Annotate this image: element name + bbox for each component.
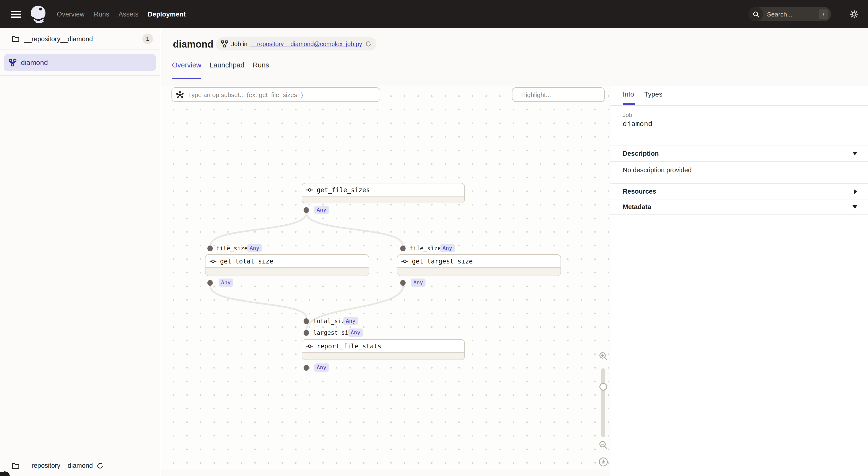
- op-icon: [306, 188, 313, 192]
- section-metadata[interactable]: Metadata: [610, 199, 868, 214]
- output-port: [208, 280, 213, 286]
- tab-overview[interactable]: Overview: [172, 61, 202, 75]
- output-port: [304, 365, 309, 371]
- tab-types[interactable]: Types: [644, 90, 662, 98]
- job-icon: [9, 59, 17, 66]
- active-tab-underline: [623, 103, 636, 105]
- input-port: [304, 330, 309, 336]
- input-port: [208, 245, 213, 251]
- op-selector-icon: [176, 91, 184, 98]
- type-badge[interactable]: Any: [314, 206, 329, 214]
- op-subset-input[interactable]: [187, 91, 375, 99]
- chevron-down-icon: [852, 152, 857, 155]
- nav-item-runs[interactable]: Runs: [94, 10, 109, 18]
- job-value: diamond: [623, 120, 652, 128]
- highlight-input[interactable]: [520, 91, 608, 99]
- gear-icon[interactable]: [850, 10, 858, 19]
- zoom-slider-knob[interactable]: [599, 383, 607, 390]
- op-name: get_largest_size: [412, 258, 473, 265]
- output-port: [400, 280, 406, 286]
- folder-icon: [12, 462, 20, 469]
- graph-edges: [161, 87, 610, 469]
- section-resources[interactable]: Resources: [610, 184, 868, 199]
- nav-item-overview[interactable]: Overview: [57, 10, 85, 18]
- refresh-icon[interactable]: [365, 41, 371, 47]
- tab-runs[interactable]: Runs: [253, 61, 269, 75]
- sidebar-footer: __repository__diamond: [0, 455, 160, 476]
- op-icon: [209, 259, 217, 263]
- type-badge[interactable]: Any: [348, 329, 363, 337]
- hamburger-menu-icon[interactable]: [11, 10, 21, 18]
- sidebar-item-diamond[interactable]: diamond: [4, 54, 156, 71]
- op-icon: [401, 259, 408, 263]
- op-node-body: [397, 267, 561, 276]
- input-name: file_sizes: [409, 244, 445, 252]
- job-label: Job: [623, 112, 632, 118]
- type-badge[interactable]: Any: [247, 244, 262, 252]
- highlight-filter[interactable]: [512, 87, 605, 102]
- type-badge[interactable]: Any: [343, 317, 358, 325]
- type-badge[interactable]: Any: [314, 364, 329, 372]
- sidebar-divider: [0, 75, 160, 76]
- search-placeholder: Search...: [767, 10, 819, 18]
- job-icon: [221, 40, 228, 47]
- divider: [610, 105, 868, 106]
- op-node-body: [302, 196, 464, 203]
- empty-description-text: No description provided: [623, 166, 692, 174]
- nav-item-deployment[interactable]: Deployment: [148, 10, 186, 18]
- page-title: diamond: [173, 39, 214, 50]
- details-panel: Info Types Job diamond Description No de…: [610, 86, 868, 476]
- type-badge[interactable]: Any: [440, 244, 455, 252]
- zoom-in-icon[interactable]: [599, 352, 608, 361]
- input-port: [304, 318, 309, 324]
- op-icon: [306, 344, 313, 348]
- input-port: [400, 245, 406, 251]
- type-badge[interactable]: Any: [219, 278, 233, 287]
- section-label: Metadata: [623, 203, 852, 211]
- details-tabs: Info Types: [623, 90, 662, 98]
- job-badge-prefix: Job in: [231, 40, 247, 47]
- tab-launchpad[interactable]: Launchpad: [210, 61, 245, 75]
- sidebar-repository-header[interactable]: __repository__diamond 1: [0, 28, 160, 50]
- op-name: report_file_stats: [317, 342, 381, 350]
- divider: [610, 214, 868, 215]
- search-icon: [748, 7, 763, 21]
- divider: [610, 161, 868, 162]
- section-description[interactable]: Description: [610, 146, 868, 161]
- nav-item-assets[interactable]: Assets: [119, 10, 138, 18]
- op-subset-filter[interactable]: [172, 87, 380, 102]
- zoom-out-icon[interactable]: [599, 441, 608, 449]
- dagster-logo-icon[interactable]: [29, 5, 48, 23]
- input-name: total_size: [313, 317, 348, 325]
- repository-name: __repository__diamond: [24, 35, 142, 42]
- type-badge[interactable]: Any: [411, 278, 426, 287]
- job-origin-badge: Job in __repository__diamond@complex_job…: [216, 37, 376, 50]
- section-label: Description: [623, 150, 852, 157]
- section-label: Resources: [623, 188, 854, 195]
- op-node-report-file-stats[interactable]: report_file_stats: [302, 339, 465, 360]
- reload-repository-icon[interactable]: [97, 462, 103, 469]
- main-area: diamond Job in __repository__diamond@com…: [161, 28, 868, 476]
- global-search[interactable]: Search... /: [748, 7, 831, 21]
- search-shortcut-key: /: [819, 9, 828, 19]
- tab-info[interactable]: Info: [623, 90, 634, 98]
- op-node-get-file-sizes[interactable]: get_file_sizes: [302, 183, 465, 203]
- op-name: get_file_sizes: [317, 186, 370, 193]
- top-nav: Overview Runs Assets Deployment Search..…: [0, 0, 868, 28]
- nav-links: Overview Runs Assets Deployment: [57, 10, 186, 18]
- op-node-get-largest-size[interactable]: get_largest_size: [397, 254, 561, 276]
- chevron-down-icon: [852, 205, 857, 209]
- sidebar: __repository__diamond 1 diamond __reposi…: [0, 28, 160, 476]
- op-node-body: [302, 352, 464, 360]
- download-image-icon[interactable]: [598, 457, 608, 467]
- job-tabs: Overview Launchpad Runs: [172, 61, 269, 75]
- zoom-slider-track[interactable]: [601, 368, 605, 437]
- footer-repository-name: __repository__diamond: [24, 462, 93, 469]
- op-graph-canvas[interactable]: get_file_sizes Any file_sizes Any file_s…: [161, 86, 610, 469]
- op-node-body: [206, 267, 369, 276]
- op-node-get-total-size[interactable]: get_total_size: [205, 254, 369, 276]
- repository-count-badge: 1: [142, 33, 153, 44]
- job-origin-link[interactable]: __repository__diamond@complex_job.py: [250, 40, 362, 47]
- folder-icon: [12, 35, 20, 42]
- input-name: file_sizes: [216, 244, 251, 252]
